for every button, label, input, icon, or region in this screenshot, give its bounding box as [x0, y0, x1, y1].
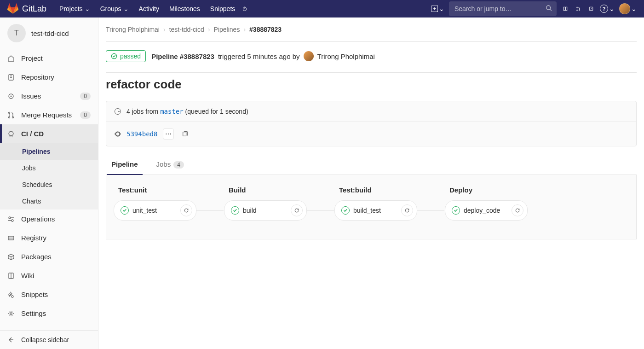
snippets-icon	[7, 291, 15, 298]
stage-test-unit: Test:unit unit_test	[114, 186, 196, 221]
nav-projects[interactable]: Projects⌄	[55, 0, 95, 17]
sidebar-item-snippets[interactable]: Snippets	[0, 285, 98, 304]
check-circle-icon	[231, 206, 239, 215]
sidebar-sub-jobs[interactable]: Jobs	[0, 160, 98, 176]
sidebar-item-project[interactable]: Project	[0, 49, 98, 68]
job-card[interactable]: build	[224, 200, 307, 221]
svg-point-19	[10, 313, 12, 314]
sidebar: T test-tdd-cicd ProjectRepositoryIssues0…	[0, 17, 98, 349]
retry-button[interactable]	[401, 204, 413, 216]
nav-activity[interactable]: Activity	[134, 0, 164, 17]
stage-name: Build	[224, 186, 307, 200]
retry-button[interactable]	[180, 204, 192, 216]
nav-groups[interactable]: Groups⌄	[96, 0, 133, 17]
collapse-sidebar[interactable]: Collapse sidebar	[0, 330, 98, 349]
breadcrumb-pipelines[interactable]: Pipelines	[214, 26, 240, 33]
status-badge: passed	[106, 50, 146, 62]
metrics-icon[interactable]	[241, 5, 249, 13]
job-name: unit_test	[132, 207, 177, 214]
sidebar-item-label: Repository	[21, 73, 91, 81]
sidebar-item-packages[interactable]: Packages	[0, 247, 98, 266]
stage-name: Deploy	[445, 186, 528, 200]
stage-deploy: Deploy deploy_code	[445, 186, 528, 221]
user-name[interactable]: Trirong Pholphimai	[317, 52, 375, 60]
user-avatar[interactable]	[304, 51, 314, 61]
breadcrumb-user[interactable]: Trirong Pholphimai	[106, 26, 160, 33]
breadcrumbs: Trirong Pholphimai › test-tdd-cicd › Pip…	[106, 17, 637, 42]
branch-link[interactable]: master	[160, 108, 184, 115]
sidebar-item-label: Operations	[21, 215, 91, 223]
project-avatar: T	[7, 24, 26, 42]
sidebar-sub-charts[interactable]: Charts	[0, 193, 98, 209]
count-badge: 0	[80, 93, 91, 100]
chevron-down-icon: ⌄	[439, 5, 444, 12]
nav-snippets[interactable]: Snippets	[206, 0, 240, 17]
page-title: refactor code	[106, 72, 637, 101]
search-input[interactable]	[449, 1, 557, 16]
gitlab-logo[interactable]: GitLab	[7, 3, 46, 14]
job-card[interactable]: deploy_code	[445, 200, 528, 221]
issues-icon	[7, 93, 15, 100]
pipeline-tabs: Pipeline Jobs4	[106, 154, 637, 175]
retry-button[interactable]	[291, 204, 303, 216]
help-menu[interactable]: ? ⌄	[600, 5, 615, 13]
top-navbar: GitLab Projects⌄ Groups⌄ Activity Milest…	[0, 0, 644, 17]
sidebar-item-settings[interactable]: Settings	[0, 304, 98, 323]
packages-icon	[7, 253, 15, 261]
merge-icon	[7, 111, 15, 119]
job-name: build	[243, 207, 287, 214]
check-circle-icon	[121, 206, 129, 215]
sidebar-sub-schedules[interactable]: Schedules	[0, 176, 98, 193]
check-circle-icon	[111, 53, 117, 59]
copy-sha-button[interactable]	[179, 128, 190, 140]
user-menu[interactable]: ⌄	[619, 3, 637, 14]
more-actions-button[interactable]: ⋯	[163, 128, 174, 140]
commit-sha-link[interactable]: 5394bed8	[126, 130, 157, 138]
stage-test-build: Test:build build_test	[334, 186, 417, 221]
tab-jobs[interactable]: Jobs4	[152, 154, 189, 174]
svg-point-11	[11, 95, 12, 97]
sidebar-item-issues[interactable]: Issues0	[0, 87, 98, 105]
job-name: build_test	[353, 207, 397, 214]
sidebar-item-repository[interactable]: Repository	[0, 68, 98, 87]
tab-pipeline[interactable]: Pipeline	[107, 154, 143, 174]
job-card[interactable]: build_test	[334, 200, 417, 221]
chevron-down-icon: ⌄	[631, 5, 637, 12]
todos-icon[interactable]	[587, 5, 595, 13]
collapse-icon	[7, 336, 15, 343]
retry-button[interactable]	[512, 204, 523, 216]
chevron-down-icon: ⌄	[609, 5, 615, 12]
svg-point-13	[9, 116, 10, 118]
breadcrumb-project[interactable]: test-tdd-cicd	[169, 26, 204, 33]
job-card[interactable]: unit_test	[114, 200, 196, 221]
wiki-icon	[7, 272, 15, 279]
clock-icon	[115, 108, 121, 115]
sidebar-sub-pipelines[interactable]: Pipelines	[0, 143, 98, 160]
pipeline-info-panel: 4 jobs from master (queued for 1 second)…	[106, 101, 637, 146]
merge-requests-shortcut-icon[interactable]	[574, 5, 582, 13]
sidebar-item-label: Project	[21, 54, 91, 62]
brand-text: GitLab	[22, 4, 46, 14]
sidebar-item-registry[interactable]: Registry	[0, 228, 98, 247]
global-search	[449, 1, 557, 16]
main-content: Trirong Pholphimai › test-tdd-cicd › Pip…	[98, 17, 644, 349]
stage-name: Test:build	[334, 186, 417, 200]
issues-shortcut-icon[interactable]	[561, 5, 569, 13]
nav-milestones[interactable]: Milestones	[165, 0, 205, 17]
project-header[interactable]: T test-tdd-cicd	[0, 17, 98, 49]
home-icon	[7, 55, 15, 62]
svg-point-15	[9, 217, 11, 219]
pipeline-header: passed Pipeline #38887823 triggered 5 mi…	[106, 42, 637, 70]
svg-point-5	[577, 7, 578, 8]
settings-icon	[7, 310, 15, 317]
registry-icon	[7, 234, 15, 242]
svg-point-12	[9, 112, 10, 113]
svg-point-2	[546, 6, 551, 10]
plus-menu[interactable]: ⌄	[431, 5, 444, 12]
sidebar-item-operations[interactable]: Operations	[0, 209, 98, 228]
sidebar-item-wiki[interactable]: Wiki	[0, 266, 98, 285]
pipeline-graph: Test:unit unit_test Build build Test:bui…	[106, 175, 637, 239]
sidebar-item-merge-requests[interactable]: Merge Requests0	[0, 105, 98, 124]
sidebar-item-ci-cd[interactable]: CI / CD	[0, 124, 98, 143]
check-circle-icon	[452, 206, 460, 215]
